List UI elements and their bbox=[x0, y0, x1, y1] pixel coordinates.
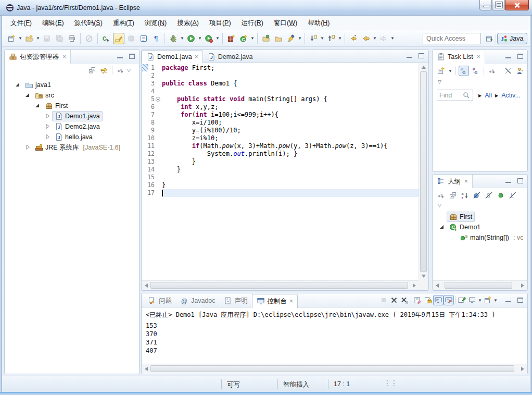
menu-文件(F)[interactable]: 文件(F) bbox=[5, 17, 37, 29]
tree-item-src[interactable]: src bbox=[24, 90, 57, 101]
task-link-activate[interactable]: Activ... bbox=[501, 92, 521, 99]
next-annotation-button[interactable] bbox=[308, 33, 319, 44]
console-tab-控制台[interactable]: 控制台× bbox=[252, 294, 298, 308]
view-menu-chevron[interactable]: ▽ bbox=[438, 79, 441, 84]
menu-编辑(E)[interactable]: 编辑(E) bbox=[37, 17, 69, 29]
menu-源代码(S)[interactable]: 源代码(S) bbox=[69, 17, 108, 29]
menu-窗口(W)[interactable]: 窗口(W) bbox=[269, 17, 302, 29]
console-hscrollbar[interactable] bbox=[142, 364, 527, 373]
tree-item-Demo1.java[interactable]: JDemo1.java bbox=[44, 111, 103, 121]
minimize-view-icon[interactable] bbox=[505, 56, 511, 58]
maximize-view-icon[interactable] bbox=[517, 54, 523, 59]
dropdown-arrow[interactable]: ▼ bbox=[35, 36, 41, 41]
clear-console-button[interactable] bbox=[412, 295, 423, 305]
minimize-view-icon[interactable] bbox=[505, 181, 511, 183]
tree-item-Demo2.java[interactable]: JDemo2.java bbox=[44, 121, 103, 132]
dropdown-arrow[interactable]: ▼ bbox=[493, 298, 498, 303]
editor-tab-Demo2.java[interactable]: JDemo2.java bbox=[203, 50, 257, 63]
tree-item-First[interactable]: First bbox=[34, 101, 70, 111]
maximize-view-icon[interactable] bbox=[129, 54, 135, 59]
new-class-button[interactable]: C bbox=[238, 33, 249, 44]
view-dots-button[interactable] bbox=[115, 65, 125, 76]
new-wizard-button[interactable] bbox=[6, 33, 17, 44]
dropdown-arrow[interactable]: ▼ bbox=[197, 36, 202, 41]
open-resource-button[interactable] bbox=[273, 33, 284, 44]
print-button[interactable] bbox=[66, 33, 78, 44]
dropdown-arrow[interactable]: ▼ bbox=[337, 36, 343, 41]
show-stderr-button[interactable]: × bbox=[444, 295, 454, 305]
close-view-icon[interactable]: × bbox=[62, 53, 66, 60]
collapse-all-button[interactable] bbox=[87, 65, 97, 76]
maximize-view-icon[interactable] bbox=[517, 298, 523, 303]
person-button[interactable] bbox=[515, 66, 525, 76]
code-text[interactable]: package First;public class Demo1 { publi… bbox=[162, 64, 419, 280]
package-explorer-tab[interactable]: 包资源管理器 × bbox=[5, 50, 71, 64]
hide-fields-button[interactable] bbox=[472, 190, 482, 201]
view-dots-button[interactable] bbox=[436, 190, 446, 201]
console-tab-问题[interactable]: 问题 bbox=[144, 293, 176, 308]
task-list-tab[interactable]: Task List × bbox=[433, 50, 485, 64]
search-button[interactable] bbox=[285, 33, 297, 44]
task-tree-1-button[interactable] bbox=[459, 66, 469, 76]
hide-static-button[interactable]: S bbox=[484, 190, 494, 201]
save-button[interactable] bbox=[41, 33, 53, 44]
java-perspective-button[interactable]: JJava bbox=[497, 33, 527, 44]
menu-搜索(A)[interactable]: 搜索(A) bbox=[172, 17, 204, 29]
menu-帮助(H)[interactable]: 帮助(H) bbox=[302, 17, 335, 29]
code-editor[interactable]: 1234567891011121314151617 package First;… bbox=[142, 63, 419, 280]
remove-launch-button[interactable] bbox=[389, 295, 399, 305]
tree-item-JRE 系统库[interactable]: JRE 系统库[JavaSE-1.6] bbox=[24, 142, 123, 153]
last-edit-location-button[interactable]: * bbox=[348, 33, 359, 44]
quick-access-input[interactable] bbox=[423, 33, 481, 44]
outline-item-main(String[])[interactable]: Smain(String[]) : vc bbox=[449, 232, 526, 243]
dropdown-arrow[interactable]: ▼ bbox=[297, 36, 302, 41]
expanded-arrow-icon[interactable] bbox=[14, 81, 22, 89]
dropdown-arrow[interactable]: ▼ bbox=[215, 36, 220, 41]
dropdown-arrow[interactable]: ▼ bbox=[320, 36, 325, 41]
run-button[interactable] bbox=[185, 33, 197, 44]
expanded-arrow-icon[interactable] bbox=[34, 102, 42, 110]
save-all-button[interactable] bbox=[54, 33, 65, 44]
new-java-button[interactable] bbox=[23, 33, 35, 44]
collapsed-arrow-icon[interactable] bbox=[24, 143, 32, 152]
menu-浏览(N)[interactable]: 浏览(N) bbox=[140, 17, 172, 29]
console-tab-Javadoc[interactable]: @Javadoc bbox=[176, 293, 220, 308]
dropdown-arrow[interactable]: ▼ bbox=[18, 36, 23, 41]
forward-button[interactable] bbox=[378, 33, 389, 44]
editor-vscrollbar[interactable] bbox=[419, 63, 428, 280]
minimize-button[interactable] bbox=[479, 0, 492, 10]
pin-console-button[interactable] bbox=[457, 295, 467, 305]
dropdown-arrow[interactable]: ▼ bbox=[180, 36, 185, 41]
minimize-view-icon[interactable] bbox=[117, 56, 123, 58]
outline-hscrollbar[interactable] bbox=[433, 280, 527, 290]
open-perspective-button[interactable] bbox=[484, 33, 495, 44]
minimize-editor-icon[interactable] bbox=[407, 56, 412, 58]
maximize-button[interactable] bbox=[492, 0, 505, 10]
dropdown-arrow[interactable]: ▼ bbox=[372, 36, 377, 41]
gray-tool-button[interactable] bbox=[125, 33, 137, 44]
back-button[interactable] bbox=[360, 33, 372, 44]
fold-marker[interactable] bbox=[156, 97, 160, 102]
tree-item-java1[interactable]: java1 bbox=[14, 80, 54, 90]
dropdown-arrow[interactable]: ▼ bbox=[390, 36, 395, 41]
console-output[interactable]: 153 370 371 407 bbox=[146, 322, 157, 355]
view-dots-button[interactable] bbox=[487, 66, 497, 76]
terminate-button[interactable] bbox=[378, 295, 389, 305]
task-link-all[interactable]: All bbox=[485, 92, 492, 99]
open-task-button[interactable] bbox=[260, 33, 272, 44]
mark-occurrences-button[interactable] bbox=[113, 33, 124, 44]
menu-运行(R)[interactable]: 运行(R) bbox=[236, 17, 269, 29]
maximize-editor-icon[interactable] bbox=[419, 53, 424, 58]
show-whitespace-button[interactable]: ¶ bbox=[150, 33, 162, 44]
tree-item-hello.java[interactable]: Jhello.java bbox=[44, 132, 95, 142]
sort-az-button[interactable]: az bbox=[460, 190, 470, 201]
new-task-button[interactable] bbox=[436, 66, 446, 76]
collapsed-arrow-icon[interactable] bbox=[44, 112, 52, 120]
task-tree-2-button[interactable] bbox=[471, 66, 481, 76]
task-find-input[interactable]: Find bbox=[437, 90, 473, 101]
menu-重构(T)[interactable]: 重构(T) bbox=[108, 17, 140, 29]
close-button[interactable] bbox=[505, 0, 529, 10]
debug-button[interactable] bbox=[168, 33, 179, 44]
coverage-button[interactable] bbox=[225, 33, 237, 44]
console-tab-声明[interactable]: d声明 bbox=[220, 293, 252, 308]
